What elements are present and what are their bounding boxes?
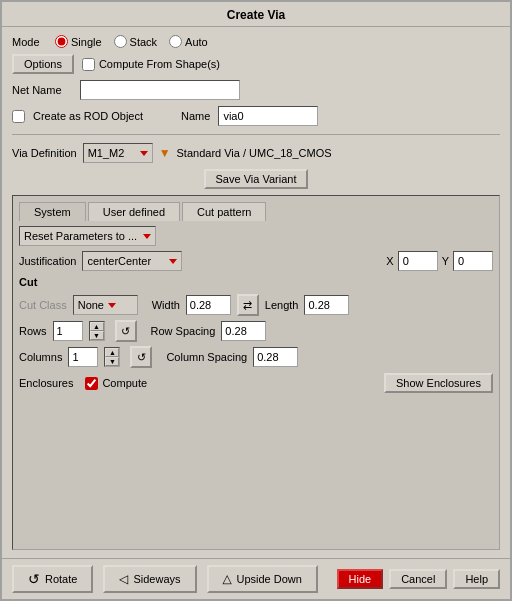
tab-bar: System User defined Cut pattern bbox=[19, 202, 493, 221]
enclosures-section: Enclosures Compute Show Enclosures bbox=[19, 373, 493, 393]
show-enclosures-button[interactable]: Show Enclosures bbox=[384, 373, 493, 393]
rows-up-button[interactable]: ▲ bbox=[90, 322, 104, 331]
mode-single-label: Single bbox=[71, 36, 102, 48]
bottom-bar: Rotate Sideways Upside Down Hide Cancel … bbox=[2, 558, 510, 599]
cut-class-dropdown[interactable]: None bbox=[73, 295, 138, 315]
rod-name-label: Name bbox=[181, 110, 210, 122]
mode-label: Mode bbox=[12, 36, 47, 48]
enclosures-title: Enclosures bbox=[19, 377, 73, 389]
mode-single[interactable]: Single bbox=[55, 35, 102, 48]
swap-columns-button[interactable]: ↺ bbox=[130, 346, 152, 368]
cut-class-row: Cut Class None Width ⇄ Length bbox=[19, 294, 493, 316]
swap-rows-button[interactable]: ↺ bbox=[115, 320, 137, 342]
filter-icon[interactable]: ▼ bbox=[159, 146, 171, 160]
col-spacing-label: Column Spacing bbox=[166, 351, 247, 363]
via-def-info: Standard Via / UMC_18_CMOS bbox=[177, 147, 332, 159]
rows-down-button[interactable]: ▼ bbox=[90, 331, 104, 340]
rod-name-input[interactable] bbox=[218, 106, 318, 126]
mode-stack[interactable]: Stack bbox=[114, 35, 158, 48]
via-def-row: Via Definition M1_M2 ▼ Standard Via / UM… bbox=[12, 143, 500, 163]
bottom-right-buttons: Hide Cancel Help bbox=[337, 569, 501, 589]
options-row: Options Compute From Shape(s) bbox=[12, 54, 500, 74]
net-name-row: Net Name bbox=[12, 80, 500, 100]
save-btn-row: Save Via Variant bbox=[12, 169, 500, 189]
mode-auto-radio[interactable] bbox=[169, 35, 182, 48]
upside-down-label: Upside Down bbox=[237, 573, 302, 585]
save-variant-button[interactable]: Save Via Variant bbox=[204, 169, 309, 189]
tab-system[interactable]: System bbox=[19, 202, 86, 221]
rows-label: Rows bbox=[19, 325, 47, 337]
columns-down-button[interactable]: ▼ bbox=[105, 357, 119, 366]
row-spacing-input[interactable] bbox=[221, 321, 266, 341]
justification-value: centerCenter bbox=[87, 255, 151, 267]
dropdown-arrow-icon bbox=[140, 151, 148, 156]
compute-shape-label: Compute From Shape(s) bbox=[99, 58, 220, 70]
xy-group: X Y bbox=[386, 251, 493, 271]
x-input[interactable] bbox=[398, 251, 438, 271]
mode-row: Mode Single Stack Auto bbox=[12, 35, 500, 48]
y-label: Y bbox=[442, 255, 449, 267]
reset-label: Reset Parameters to ... bbox=[24, 230, 137, 242]
cancel-button[interactable]: Cancel bbox=[389, 569, 447, 589]
rows-row: Rows ▲ ▼ ↺ Row Spacing bbox=[19, 320, 493, 342]
upside-down-button[interactable]: Upside Down bbox=[207, 565, 318, 593]
cut-title: Cut bbox=[19, 276, 493, 288]
window-title: Create Via bbox=[227, 8, 285, 22]
tab-user-defined[interactable]: User defined bbox=[88, 202, 180, 221]
via-def-label: Via Definition bbox=[12, 147, 77, 159]
just-arrow-icon bbox=[169, 259, 177, 264]
width-label: Width bbox=[152, 299, 180, 311]
columns-row: Columns ▲ ▼ ↺ Column Spacing bbox=[19, 346, 493, 368]
width-input[interactable] bbox=[186, 295, 231, 315]
mode-auto[interactable]: Auto bbox=[169, 35, 208, 48]
mode-auto-label: Auto bbox=[185, 36, 208, 48]
via-def-dropdown[interactable]: M1_M2 bbox=[83, 143, 153, 163]
rotate-label: Rotate bbox=[45, 573, 77, 585]
reset-dropdown-arrow bbox=[143, 234, 151, 239]
via-def-dropdown-value: M1_M2 bbox=[88, 147, 125, 159]
cut-section: Cut Cut Class None Width ⇄ Length bbox=[19, 276, 493, 368]
tab-cut-pattern[interactable]: Cut pattern bbox=[182, 202, 266, 221]
enclosures-compute-checkbox[interactable] bbox=[85, 377, 98, 390]
sideways-button[interactable]: Sideways bbox=[103, 565, 196, 593]
sideways-label: Sideways bbox=[133, 573, 180, 585]
rotate-icon bbox=[28, 571, 40, 587]
compute-shape-checkbox[interactable] bbox=[82, 58, 95, 71]
upside-icon bbox=[223, 572, 232, 586]
col-spacing-input[interactable] bbox=[253, 347, 298, 367]
rod-row: Create as ROD Object Name bbox=[12, 106, 500, 126]
mode-stack-label: Stack bbox=[130, 36, 158, 48]
compute-shape-row: Compute From Shape(s) bbox=[82, 58, 220, 71]
columns-label: Columns bbox=[19, 351, 62, 363]
net-name-label: Net Name bbox=[12, 84, 72, 96]
reset-dropdown[interactable]: Reset Parameters to ... bbox=[19, 226, 156, 246]
bottom-left-buttons: Rotate Sideways Upside Down bbox=[12, 565, 318, 593]
rod-checkbox[interactable] bbox=[12, 110, 25, 123]
rod-label: Create as ROD Object bbox=[33, 110, 143, 122]
y-input[interactable] bbox=[453, 251, 493, 271]
x-label: X bbox=[386, 255, 393, 267]
row-spacing-label: Row Spacing bbox=[151, 325, 216, 337]
columns-input[interactable] bbox=[68, 347, 98, 367]
rows-spinner[interactable]: ▲ ▼ bbox=[89, 321, 105, 341]
columns-up-button[interactable]: ▲ bbox=[105, 348, 119, 357]
enclosures-compute-label: Compute bbox=[102, 377, 147, 389]
length-input[interactable] bbox=[304, 295, 349, 315]
rotate-button[interactable]: Rotate bbox=[12, 565, 93, 593]
columns-spinner[interactable]: ▲ ▼ bbox=[104, 347, 120, 367]
main-content: Mode Single Stack Auto Options bbox=[2, 27, 510, 558]
mode-single-radio[interactable] bbox=[55, 35, 68, 48]
mode-stack-radio[interactable] bbox=[114, 35, 127, 48]
help-button[interactable]: Help bbox=[453, 569, 500, 589]
create-via-window: Create Via Mode Single Stack Auto bbox=[0, 0, 512, 601]
cut-class-value: None bbox=[78, 299, 104, 311]
rows-input[interactable] bbox=[53, 321, 83, 341]
justification-dropdown[interactable]: centerCenter bbox=[82, 251, 182, 271]
net-name-input[interactable] bbox=[80, 80, 240, 100]
hide-button[interactable]: Hide bbox=[337, 569, 384, 589]
justification-label: Justification bbox=[19, 255, 76, 267]
options-button[interactable]: Options bbox=[12, 54, 74, 74]
mode-radio-group: Single Stack Auto bbox=[55, 35, 208, 48]
swap-width-length-button[interactable]: ⇄ bbox=[237, 294, 259, 316]
justification-row: Justification centerCenter X Y bbox=[19, 251, 493, 271]
